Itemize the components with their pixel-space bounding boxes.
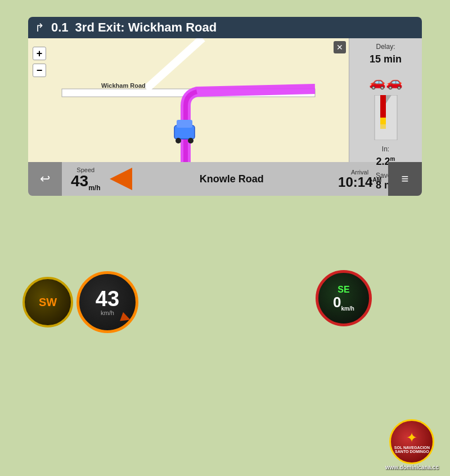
gps-screen: ↱ 0.1 3rd Exit: Wickham Road — [28, 17, 422, 196]
speed-gauge: 43 km/h ▶ — [76, 271, 138, 333]
gps-map-main[interactable]: Wickham Road ✕ + − — [28, 38, 349, 162]
nav-compass-speed: 0km/h — [333, 295, 354, 312]
logo-star-icon: ✦ — [406, 430, 417, 446]
svg-text:Wickham Road: Wickham Road — [101, 82, 146, 89]
gps-top-bar: ↱ 0.1 3rd Exit: Wickham Road — [28, 17, 422, 38]
logo-section: ✦ SOL NAVEGACIONSANTO DOMINGO www.domini… — [385, 419, 439, 470]
delay-label: Delay: — [376, 43, 395, 51]
svg-rect-7 — [380, 95, 386, 118]
back-icon: ↩ — [40, 172, 50, 186]
zoom-out-button[interactable]: − — [33, 64, 46, 77]
speed-gauge-value: 43 — [96, 288, 119, 309]
road-name: Knowle Road — [132, 173, 332, 185]
compass-direction: SW — [39, 296, 57, 309]
compass-gauge: SW — [22, 277, 73, 327]
menu-icon: ≡ — [402, 172, 409, 186]
gps-section: ↱ 0.1 3rd Exit: Wickham Road — [0, 0, 450, 221]
speed-section: Speed 43m/h — [62, 164, 110, 194]
cars-icon: 🚗🚗 — [369, 74, 403, 90]
arrival-value: 10:14AM — [338, 176, 381, 189]
direction-arrow — [110, 168, 132, 190]
zoom-in-button[interactable]: + — [33, 47, 46, 60]
gps-device: ↱ 0.1 3rd Exit: Wickham Road — [20, 8, 430, 218]
company-name: SOL NAVEGACIONSANTO DOMINGO — [394, 446, 430, 453]
nav-compass-gauge: SE 0km/h — [316, 270, 372, 326]
svg-point-4 — [176, 138, 181, 143]
direction-icon: ↱ — [35, 21, 44, 34]
menu-button[interactable]: ≡ — [388, 162, 422, 196]
speed-gauge-unit: km/h — [101, 309, 114, 316]
svg-point-5 — [188, 138, 194, 143]
gps-distance: 0.1 — [51, 20, 69, 35]
orange-arrow-icon — [110, 168, 132, 190]
company-logo: ✦ SOL NAVEGACIONSANTO DOMINGO — [389, 419, 434, 464]
map-close-button[interactable]: ✕ — [334, 41, 346, 53]
traffic-panel: Delay: 15 min 🚗🚗 — [349, 38, 422, 162]
speed-value: 43m/h — [71, 173, 101, 191]
svg-rect-3 — [177, 120, 192, 128]
gps-map-area: Wickham Road ✕ + − — [28, 38, 422, 162]
road-visual — [372, 95, 400, 140]
in-label: In: — [382, 145, 389, 153]
main-container: ↱ 0.1 3rd Exit: Wickham Road — [0, 0, 450, 476]
company-url: www.dominicana.cc — [385, 464, 439, 470]
arrival-section: Arrival 10:14AM — [331, 167, 388, 191]
svg-rect-9 — [380, 124, 386, 129]
svg-rect-8 — [380, 118, 386, 124]
map-svg: Wickham Road — [28, 38, 349, 162]
gps-instruction: 3rd Exit: Wickham Road — [75, 20, 415, 35]
delay-value: 15 min — [370, 53, 402, 65]
gps-bottom-bar: ↩ Speed 43m/h Knowle Road Arrival — [28, 162, 422, 196]
back-button[interactable]: ↩ — [28, 162, 62, 196]
